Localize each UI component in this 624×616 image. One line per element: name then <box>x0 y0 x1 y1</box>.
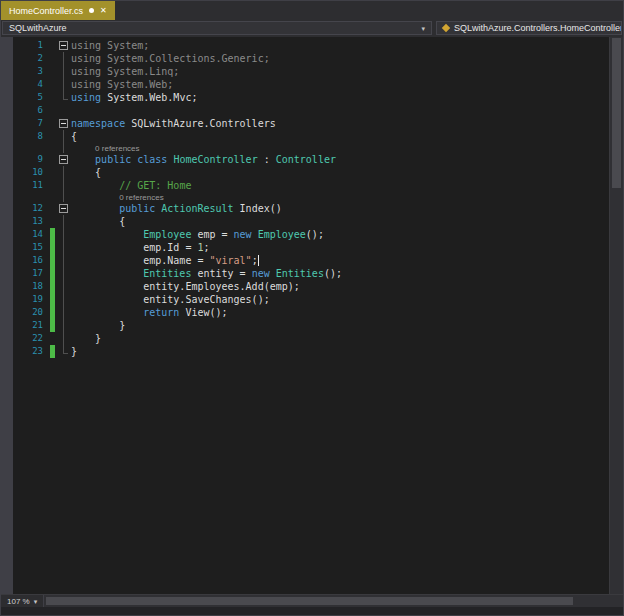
line-number: 3 <box>13 65 43 78</box>
change-tracking-bar <box>50 254 55 267</box>
code-token: ActionResult <box>161 203 233 214</box>
code-text: { <box>71 130 609 143</box>
vertical-scrollbar-thumb[interactable] <box>612 38 621 188</box>
fold-gutter <box>57 192 71 202</box>
zoom-level: 107 % <box>7 597 30 606</box>
code-token: new <box>252 268 276 279</box>
change-tracking-bar <box>50 267 55 280</box>
code-text: Employee emp = new Employee(); <box>71 228 609 241</box>
code-text: 0 references <box>71 192 609 202</box>
horizontal-scrollbar-thumb[interactable] <box>46 597 573 605</box>
code-text: emp.Id = 1; <box>71 241 609 254</box>
codelens-references-link[interactable]: 0 references <box>119 193 163 202</box>
fold-gutter <box>57 65 71 78</box>
class-icon <box>442 24 450 32</box>
code-token: } <box>71 333 101 344</box>
line-number: 8 <box>13 130 43 143</box>
project-dropdown[interactable]: SQLwithAzure ▾ <box>2 21 432 35</box>
code-line: 2using System.Collections.Generic; <box>13 52 609 65</box>
breakpoint-margin[interactable] <box>1 37 13 594</box>
code-line: 12 public ActionResult Index() <box>13 202 609 215</box>
code-text <box>71 104 609 117</box>
fold-collapse-toggle[interactable] <box>57 153 71 166</box>
code-line: 20 return View(); <box>13 306 609 319</box>
line-number: 5 <box>13 91 43 104</box>
collapse-minus-icon[interactable] <box>59 155 68 164</box>
status-strip <box>1 607 623 615</box>
close-icon[interactable]: ✕ <box>100 6 107 15</box>
zoom-control[interactable]: 107 % ▾ <box>1 595 44 607</box>
collapse-minus-icon[interactable] <box>59 204 68 213</box>
code-token: SQLwithAzure.Controllers <box>125 118 276 129</box>
code-text: // GET: Home <box>71 179 609 192</box>
line-number: 11 <box>13 179 43 192</box>
tab-homecontroller[interactable]: HomeController.cs ✕ <box>1 1 115 20</box>
change-tracking-gutter <box>50 52 55 65</box>
code-token: (); <box>306 229 324 240</box>
fold-gutter <box>57 228 71 241</box>
line-number: 10 <box>13 166 43 179</box>
collapse-minus-icon[interactable] <box>59 119 68 128</box>
change-tracking-gutter <box>50 215 55 228</box>
change-tracking-bar <box>50 228 55 241</box>
code-text: { <box>71 215 609 228</box>
line-number: 22 <box>13 332 43 345</box>
code-token: namespace <box>71 118 125 129</box>
horizontal-scrollbar[interactable] <box>44 595 623 607</box>
code-token: "viral" <box>209 255 251 266</box>
code-token <box>71 307 143 318</box>
change-tracking-bar <box>50 293 55 306</box>
line-number: 9 <box>13 153 43 166</box>
code-text: { <box>71 166 609 179</box>
code-token: using System.Collections.Generic; <box>71 53 270 64</box>
project-dropdown-label: SQLwithAzure <box>9 23 67 33</box>
code-line: 4using System.Web; <box>13 78 609 91</box>
fold-collapse-toggle[interactable] <box>57 39 71 52</box>
line-number: 2 <box>13 52 43 65</box>
line-number: 1 <box>13 39 43 52</box>
vertical-scrollbar[interactable] <box>609 37 623 594</box>
fold-gutter <box>57 332 71 345</box>
change-tracking-bar <box>50 280 55 293</box>
code-token: emp = <box>191 229 233 240</box>
code-line: 23} <box>13 345 609 358</box>
line-number <box>13 192 43 202</box>
fold-gutter <box>57 293 71 306</box>
fold-gutter <box>57 104 71 117</box>
codelens-references-link[interactable]: 0 references <box>95 144 139 153</box>
code-token: : <box>258 154 276 165</box>
fold-collapse-toggle[interactable] <box>57 202 71 215</box>
fold-gutter <box>57 130 71 143</box>
code-text: return View(); <box>71 306 609 319</box>
change-tracking-gutter <box>50 117 55 130</box>
line-number: 17 <box>13 267 43 280</box>
code-token <box>71 268 143 279</box>
code-area[interactable]: 1using System;2using System.Collections.… <box>13 37 609 594</box>
fold-gutter <box>57 280 71 293</box>
change-tracking-gutter <box>50 130 55 143</box>
collapse-minus-icon[interactable] <box>59 41 68 50</box>
fold-gutter <box>57 319 71 332</box>
fold-gutter <box>57 306 71 319</box>
code-token: ; <box>203 242 209 253</box>
code-token <box>71 154 95 165</box>
code-token: System.Web.Mvc; <box>101 92 197 103</box>
fold-collapse-toggle[interactable] <box>57 117 71 130</box>
code-text: 0 references <box>71 143 609 153</box>
code-text: namespace SQLwithAzure.Controllers <box>71 117 609 130</box>
codelens-row: 0 references <box>13 143 609 153</box>
type-member-dropdown[interactable]: SQLwithAzure.Controllers.HomeController <box>436 21 622 35</box>
code-text: public ActionResult Index() <box>71 202 609 215</box>
code-text: Entities entity = new Entities(); <box>71 267 609 280</box>
change-tracking-gutter <box>50 78 55 91</box>
code-token <box>71 203 119 214</box>
codelens-row: 0 references <box>13 192 609 202</box>
line-number: 6 <box>13 104 43 117</box>
code-token <box>71 229 143 240</box>
code-text: using System.Web.Mvc; <box>71 91 609 104</box>
code-token: { <box>71 167 101 178</box>
code-token: emp.Name = <box>71 255 209 266</box>
code-line: 1using System; <box>13 39 609 52</box>
type-member-dropdown-label: SQLwithAzure.Controllers.HomeController <box>454 23 622 33</box>
code-line: 8{ <box>13 130 609 143</box>
